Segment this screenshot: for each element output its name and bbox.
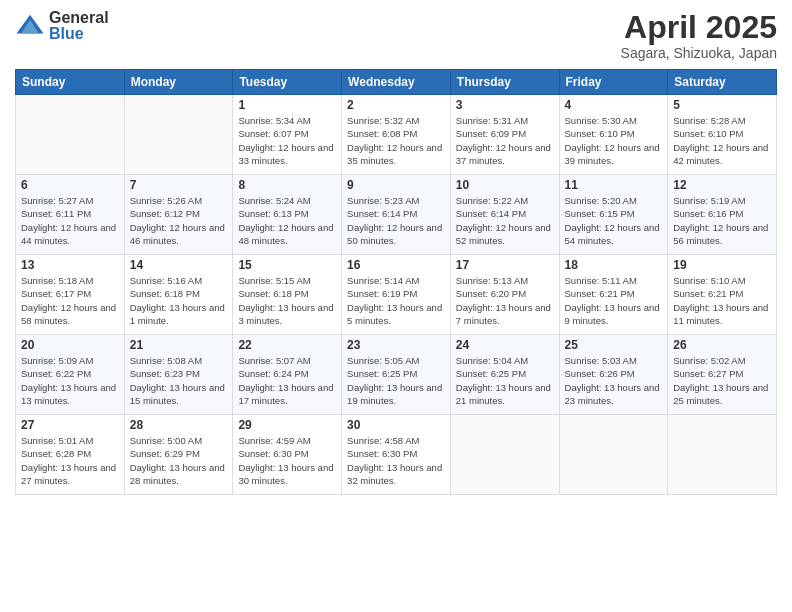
col-friday: Friday	[559, 70, 668, 95]
calendar-cell: 19Sunrise: 5:10 AM Sunset: 6:21 PM Dayli…	[668, 255, 777, 335]
page: General Blue April 2025 Sagara, Shizuoka…	[0, 0, 792, 612]
day-number: 29	[238, 418, 336, 432]
day-number: 1	[238, 98, 336, 112]
day-number: 24	[456, 338, 554, 352]
calendar-cell: 22Sunrise: 5:07 AM Sunset: 6:24 PM Dayli…	[233, 335, 342, 415]
calendar-cell: 26Sunrise: 5:02 AM Sunset: 6:27 PM Dayli…	[668, 335, 777, 415]
calendar-cell: 1Sunrise: 5:34 AM Sunset: 6:07 PM Daylig…	[233, 95, 342, 175]
day-info: Sunrise: 4:59 AM Sunset: 6:30 PM Dayligh…	[238, 434, 336, 487]
day-info: Sunrise: 5:00 AM Sunset: 6:29 PM Dayligh…	[130, 434, 228, 487]
day-info: Sunrise: 5:30 AM Sunset: 6:10 PM Dayligh…	[565, 114, 663, 167]
day-info: Sunrise: 5:20 AM Sunset: 6:15 PM Dayligh…	[565, 194, 663, 247]
day-info: Sunrise: 5:27 AM Sunset: 6:11 PM Dayligh…	[21, 194, 119, 247]
day-number: 27	[21, 418, 119, 432]
calendar-cell: 7Sunrise: 5:26 AM Sunset: 6:12 PM Daylig…	[124, 175, 233, 255]
subtitle: Sagara, Shizuoka, Japan	[621, 45, 777, 61]
day-info: Sunrise: 5:34 AM Sunset: 6:07 PM Dayligh…	[238, 114, 336, 167]
calendar-cell: 16Sunrise: 5:14 AM Sunset: 6:19 PM Dayli…	[342, 255, 451, 335]
calendar-cell: 18Sunrise: 5:11 AM Sunset: 6:21 PM Dayli…	[559, 255, 668, 335]
col-monday: Monday	[124, 70, 233, 95]
day-number: 20	[21, 338, 119, 352]
day-number: 23	[347, 338, 445, 352]
day-number: 18	[565, 258, 663, 272]
day-info: Sunrise: 5:10 AM Sunset: 6:21 PM Dayligh…	[673, 274, 771, 327]
day-number: 26	[673, 338, 771, 352]
day-number: 13	[21, 258, 119, 272]
day-number: 16	[347, 258, 445, 272]
calendar-cell: 5Sunrise: 5:28 AM Sunset: 6:10 PM Daylig…	[668, 95, 777, 175]
day-number: 17	[456, 258, 554, 272]
calendar-cell: 28Sunrise: 5:00 AM Sunset: 6:29 PM Dayli…	[124, 415, 233, 495]
calendar-cell: 2Sunrise: 5:32 AM Sunset: 6:08 PM Daylig…	[342, 95, 451, 175]
calendar-cell: 3Sunrise: 5:31 AM Sunset: 6:09 PM Daylig…	[450, 95, 559, 175]
col-saturday: Saturday	[668, 70, 777, 95]
calendar-cell: 14Sunrise: 5:16 AM Sunset: 6:18 PM Dayli…	[124, 255, 233, 335]
day-number: 10	[456, 178, 554, 192]
calendar-cell: 23Sunrise: 5:05 AM Sunset: 6:25 PM Dayli…	[342, 335, 451, 415]
day-info: Sunrise: 4:58 AM Sunset: 6:30 PM Dayligh…	[347, 434, 445, 487]
day-number: 7	[130, 178, 228, 192]
calendar-cell: 24Sunrise: 5:04 AM Sunset: 6:25 PM Dayli…	[450, 335, 559, 415]
calendar-row-3: 20Sunrise: 5:09 AM Sunset: 6:22 PM Dayli…	[16, 335, 777, 415]
day-number: 9	[347, 178, 445, 192]
day-number: 28	[130, 418, 228, 432]
calendar-cell: 13Sunrise: 5:18 AM Sunset: 6:17 PM Dayli…	[16, 255, 125, 335]
calendar-row-2: 13Sunrise: 5:18 AM Sunset: 6:17 PM Dayli…	[16, 255, 777, 335]
calendar-cell	[668, 415, 777, 495]
logo: General Blue	[15, 10, 109, 42]
day-info: Sunrise: 5:03 AM Sunset: 6:26 PM Dayligh…	[565, 354, 663, 407]
calendar-cell: 6Sunrise: 5:27 AM Sunset: 6:11 PM Daylig…	[16, 175, 125, 255]
day-info: Sunrise: 5:26 AM Sunset: 6:12 PM Dayligh…	[130, 194, 228, 247]
day-info: Sunrise: 5:31 AM Sunset: 6:09 PM Dayligh…	[456, 114, 554, 167]
day-number: 14	[130, 258, 228, 272]
day-number: 15	[238, 258, 336, 272]
calendar-cell: 15Sunrise: 5:15 AM Sunset: 6:18 PM Dayli…	[233, 255, 342, 335]
logo-text: General Blue	[49, 10, 109, 42]
calendar-cell	[124, 95, 233, 175]
day-info: Sunrise: 5:08 AM Sunset: 6:23 PM Dayligh…	[130, 354, 228, 407]
day-info: Sunrise: 5:32 AM Sunset: 6:08 PM Dayligh…	[347, 114, 445, 167]
day-info: Sunrise: 5:16 AM Sunset: 6:18 PM Dayligh…	[130, 274, 228, 327]
calendar-row-1: 6Sunrise: 5:27 AM Sunset: 6:11 PM Daylig…	[16, 175, 777, 255]
day-number: 19	[673, 258, 771, 272]
title-area: April 2025 Sagara, Shizuoka, Japan	[621, 10, 777, 61]
day-info: Sunrise: 5:13 AM Sunset: 6:20 PM Dayligh…	[456, 274, 554, 327]
day-number: 22	[238, 338, 336, 352]
calendar-cell	[450, 415, 559, 495]
day-number: 3	[456, 98, 554, 112]
calendar-cell	[16, 95, 125, 175]
day-number: 21	[130, 338, 228, 352]
day-info: Sunrise: 5:24 AM Sunset: 6:13 PM Dayligh…	[238, 194, 336, 247]
day-info: Sunrise: 5:19 AM Sunset: 6:16 PM Dayligh…	[673, 194, 771, 247]
day-info: Sunrise: 5:11 AM Sunset: 6:21 PM Dayligh…	[565, 274, 663, 327]
calendar-cell: 17Sunrise: 5:13 AM Sunset: 6:20 PM Dayli…	[450, 255, 559, 335]
day-info: Sunrise: 5:28 AM Sunset: 6:10 PM Dayligh…	[673, 114, 771, 167]
day-number: 12	[673, 178, 771, 192]
month-title: April 2025	[621, 10, 777, 45]
day-number: 5	[673, 98, 771, 112]
day-info: Sunrise: 5:04 AM Sunset: 6:25 PM Dayligh…	[456, 354, 554, 407]
header-row: Sunday Monday Tuesday Wednesday Thursday…	[16, 70, 777, 95]
calendar-cell: 4Sunrise: 5:30 AM Sunset: 6:10 PM Daylig…	[559, 95, 668, 175]
day-number: 8	[238, 178, 336, 192]
day-info: Sunrise: 5:01 AM Sunset: 6:28 PM Dayligh…	[21, 434, 119, 487]
calendar-cell: 20Sunrise: 5:09 AM Sunset: 6:22 PM Dayli…	[16, 335, 125, 415]
calendar-cell: 25Sunrise: 5:03 AM Sunset: 6:26 PM Dayli…	[559, 335, 668, 415]
calendar-cell	[559, 415, 668, 495]
day-info: Sunrise: 5:18 AM Sunset: 6:17 PM Dayligh…	[21, 274, 119, 327]
calendar-cell: 21Sunrise: 5:08 AM Sunset: 6:23 PM Dayli…	[124, 335, 233, 415]
day-number: 2	[347, 98, 445, 112]
day-info: Sunrise: 5:22 AM Sunset: 6:14 PM Dayligh…	[456, 194, 554, 247]
day-number: 4	[565, 98, 663, 112]
day-info: Sunrise: 5:23 AM Sunset: 6:14 PM Dayligh…	[347, 194, 445, 247]
logo-blue: Blue	[49, 26, 109, 42]
col-tuesday: Tuesday	[233, 70, 342, 95]
calendar-cell: 11Sunrise: 5:20 AM Sunset: 6:15 PM Dayli…	[559, 175, 668, 255]
day-info: Sunrise: 5:02 AM Sunset: 6:27 PM Dayligh…	[673, 354, 771, 407]
col-wednesday: Wednesday	[342, 70, 451, 95]
day-info: Sunrise: 5:15 AM Sunset: 6:18 PM Dayligh…	[238, 274, 336, 327]
calendar-cell: 12Sunrise: 5:19 AM Sunset: 6:16 PM Dayli…	[668, 175, 777, 255]
day-number: 11	[565, 178, 663, 192]
calendar-cell: 9Sunrise: 5:23 AM Sunset: 6:14 PM Daylig…	[342, 175, 451, 255]
calendar-cell: 10Sunrise: 5:22 AM Sunset: 6:14 PM Dayli…	[450, 175, 559, 255]
